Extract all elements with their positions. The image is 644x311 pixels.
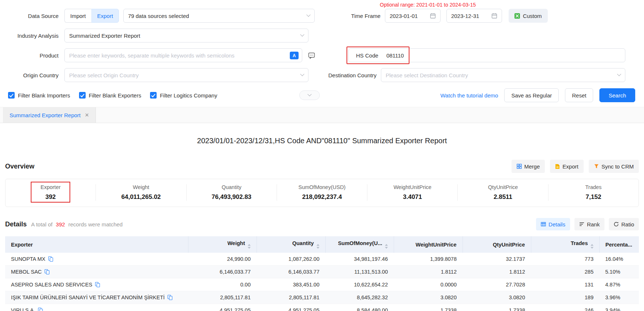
exporter-cell: VIRU S.A. <box>5 304 188 311</box>
column-header-trades[interactable]: Trades <box>531 236 599 253</box>
ratio-icon <box>614 222 619 227</box>
exporter-name[interactable]: IŞIK TARIM ÜRÜNLERİ SANAYİ VE TİCARET AN… <box>11 295 165 300</box>
end-date-value: 2023-12-31 <box>451 13 479 19</box>
origin-country-placeholder: Please select Origin Country <box>69 72 139 78</box>
pct-cell: 16.04% <box>599 253 639 266</box>
close-icon[interactable]: × <box>85 112 89 118</box>
tab-summarized-exporter-report[interactable]: Summarized Exporter Report × <box>3 107 96 123</box>
sort-icon[interactable] <box>248 244 251 249</box>
data-source-select[interactable]: 79 data sources selected <box>123 9 315 23</box>
details-view-button[interactable]: Details <box>536 218 570 230</box>
ratio-view-button[interactable]: Ratio <box>609 218 639 230</box>
checkbox-filter-blank-importers[interactable]: Filter Blank Importers <box>8 92 70 99</box>
sync-to-crm-button[interactable]: Sync to CRM <box>589 160 639 173</box>
hs-code-input[interactable] <box>386 52 621 59</box>
sum-cell: 10,622,654.22 <box>325 278 394 291</box>
trades-cell: 773 <box>531 253 599 266</box>
stat-weightunitprice: WeightUnitPrice3.4071 <box>367 184 457 201</box>
collapse-filters-button[interactable] <box>299 90 320 100</box>
copy-icon[interactable] <box>168 295 172 300</box>
industry-analysis-label: Industry Analysis <box>0 33 59 39</box>
column-header-weight[interactable]: Weight <box>188 236 257 253</box>
hs-code-field[interactable]: HS Code <box>348 48 625 62</box>
stat-value: 3.4071 <box>367 193 457 201</box>
chevron-down-icon <box>300 72 304 76</box>
checkbox-checked-icon[interactable] <box>8 92 15 99</box>
translate-icon[interactable]: A <box>290 52 299 59</box>
wup-cell: 1.8112 <box>394 266 463 278</box>
destination-country-select[interactable]: Please select Destination Country <box>381 68 625 82</box>
overview-actions: Merge Export Sync to CRM <box>512 160 639 173</box>
export-toggle-button[interactable]: Export <box>91 9 119 23</box>
search-button[interactable]: Search <box>599 88 635 102</box>
custom-button[interactable]: Custom <box>509 9 548 23</box>
copy-icon[interactable] <box>95 282 100 287</box>
table-row[interactable]: MEBOL SAC6,146,033.776,146,033.7711,131,… <box>5 266 639 278</box>
sort-icon[interactable] <box>591 244 594 249</box>
column-header-percenta-: Percenta... <box>599 236 639 253</box>
copy-icon[interactable] <box>38 308 43 311</box>
end-date-input[interactable]: 2023-12-31 <box>446 9 502 23</box>
exporter-name[interactable]: SUNOPTA MX <box>11 256 45 262</box>
table-body: SUNOPTA MX24,990.001,087,262.0034,981,19… <box>5 253 639 311</box>
sort-icon[interactable] <box>317 244 319 249</box>
comment-icon[interactable] <box>307 51 316 60</box>
save-as-regular-button[interactable]: Save as Regular <box>504 88 559 102</box>
stat-label: Trades <box>548 184 639 190</box>
table-row[interactable]: ASEPRO SALES AND SERVICES0.00383,451.001… <box>5 278 639 291</box>
stat-value: 218,092,237.4 <box>277 193 367 201</box>
column-header-label: Exporter <box>11 242 33 248</box>
industry-analysis-select[interactable]: Summarized Exporter Report <box>64 29 308 42</box>
tab-bar: Summarized Exporter Report × <box>0 107 644 123</box>
details-view-label: Details <box>548 221 565 227</box>
export-button[interactable]: Export <box>550 160 583 173</box>
column-header-sumofmoney-u-[interactable]: SumOfMoney(U... <box>325 236 394 253</box>
stat-label: Quantity <box>187 184 277 190</box>
copy-icon[interactable] <box>45 269 49 274</box>
reset-button[interactable]: Reset <box>565 88 593 102</box>
records-matched-note: A total of 392 records were matched <box>31 221 123 227</box>
sum-cell: 34,981,197.46 <box>325 253 394 266</box>
merge-button[interactable]: Merge <box>512 160 545 173</box>
page: Optional range: 2021-01-01 to 2024-03-15… <box>0 0 644 311</box>
exporter-name[interactable]: ASEPRO SALES AND SERVICES <box>11 282 92 288</box>
details-header: Details A total of 392 records were matc… <box>5 218 639 230</box>
stat-value: 64,011,265.02 <box>96 193 186 201</box>
table-icon <box>541 222 546 227</box>
product-keywords-input[interactable] <box>69 52 287 59</box>
checkbox-filter-logitics-company[interactable]: Filter Logitics Company <box>150 92 217 99</box>
trades-cell: 131 <box>531 278 599 291</box>
table-row[interactable]: VIRU S.A.4,951,275.054,951,275.058,584,4… <box>5 304 639 311</box>
rank-view-button[interactable]: Rank <box>574 218 604 230</box>
column-header-weightunitprice: WeightUnitPrice <box>394 236 463 253</box>
exporter-name[interactable]: VIRU S.A. <box>11 307 35 311</box>
start-date-input[interactable]: 2023-01-01 <box>385 9 441 23</box>
table-row[interactable]: IŞIK TARIM ÜRÜNLERİ SANAYİ VE TİCARET AN… <box>5 291 639 304</box>
table-row[interactable]: SUNOPTA MX24,990.001,087,262.0034,981,19… <box>5 253 639 266</box>
checkbox-label: Filter Blank Exporters <box>89 92 141 99</box>
checkbox-checked-icon[interactable] <box>150 92 157 99</box>
stat-exporter: Exporter392 <box>5 184 96 201</box>
checkbox-filter-blank-exporters[interactable]: Filter Blank Exporters <box>79 92 141 99</box>
stat-sumofmoney-usd-: SumOfMoney(USD)218,092,237.4 <box>277 184 367 201</box>
column-header-label: Trades <box>571 240 588 246</box>
copy-icon[interactable] <box>48 256 53 262</box>
import-toggle-button[interactable]: Import <box>64 9 91 23</box>
chevron-down-icon <box>617 72 621 76</box>
column-header-quantity[interactable]: Quantity <box>257 236 325 253</box>
data-source-select-value: 79 data sources selected <box>128 13 189 19</box>
custom-icon <box>514 13 520 19</box>
qup-cell: 1.8112 <box>463 266 531 278</box>
overview-stats-card: Exporter392Weight64,011,265.02Quantity76… <box>5 179 639 207</box>
origin-country-select[interactable]: Please select Origin Country <box>64 68 308 82</box>
tutorial-demo-link[interactable]: Watch the tutorial demo <box>441 92 498 99</box>
stat-weight: Weight64,011,265.02 <box>96 184 186 201</box>
sort-icon[interactable] <box>385 244 388 249</box>
qup-cell: 1.7338 <box>463 304 531 311</box>
details-heading: Details <box>5 221 27 228</box>
sum-cell: 11,131,513.00 <box>325 266 394 278</box>
checkbox-checked-icon[interactable] <box>79 92 86 99</box>
exporter-name[interactable]: MEBOL SAC <box>11 269 42 275</box>
calendar-icon <box>491 13 497 19</box>
weight-cell: 0.00 <box>188 278 257 291</box>
